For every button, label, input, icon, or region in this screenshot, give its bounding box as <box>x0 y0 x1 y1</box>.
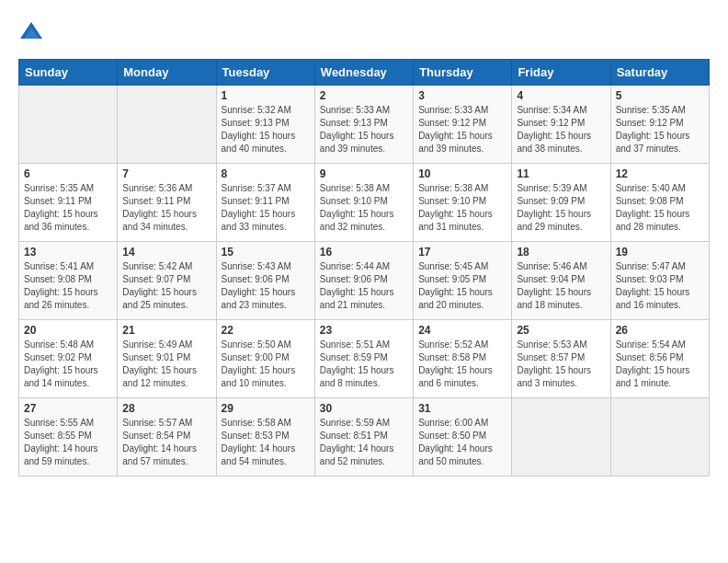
weekday-header-monday: Monday <box>118 60 216 86</box>
day-info: Sunrise: 5:36 AM Sunset: 9:11 PM Dayligh… <box>122 182 210 234</box>
day-number: 3 <box>418 89 506 102</box>
day-number: 8 <box>222 167 310 180</box>
day-number: 21 <box>122 324 210 337</box>
day-info: Sunrise: 5:58 AM Sunset: 8:53 PM Dayligh… <box>222 417 310 468</box>
day-info: Sunrise: 5:51 AM Sunset: 8:59 PM Dayligh… <box>320 339 408 390</box>
weekday-header-friday: Friday <box>512 60 610 86</box>
calendar-cell: 23Sunrise: 5:51 AM Sunset: 8:59 PM Dayli… <box>314 320 413 398</box>
day-info: Sunrise: 5:46 AM Sunset: 9:04 PM Dayligh… <box>517 260 605 312</box>
day-number: 10 <box>418 167 506 180</box>
day-number: 30 <box>320 402 408 415</box>
calendar-cell: 16Sunrise: 5:44 AM Sunset: 9:06 PM Dayli… <box>314 242 413 320</box>
day-number: 12 <box>616 167 704 180</box>
day-info: Sunrise: 5:50 AM Sunset: 9:00 PM Dayligh… <box>222 339 310 390</box>
day-info: Sunrise: 5:47 AM Sunset: 9:03 PM Dayligh… <box>616 260 704 312</box>
day-number: 15 <box>222 246 310 259</box>
calendar-cell: 7Sunrise: 5:36 AM Sunset: 9:11 PM Daylig… <box>118 164 216 242</box>
day-info: Sunrise: 5:43 AM Sunset: 9:06 PM Dayligh… <box>222 260 310 312</box>
calendar-cell: 15Sunrise: 5:43 AM Sunset: 9:06 PM Dayli… <box>216 242 314 320</box>
calendar-cell: 6Sunrise: 5:35 AM Sunset: 9:11 PM Daylig… <box>19 164 118 242</box>
calendar-cell: 18Sunrise: 5:46 AM Sunset: 9:04 PM Dayli… <box>512 242 610 320</box>
day-info: Sunrise: 5:57 AM Sunset: 8:54 PM Dayligh… <box>122 417 210 468</box>
calendar-cell: 14Sunrise: 5:42 AM Sunset: 9:07 PM Dayli… <box>118 242 216 320</box>
day-info: Sunrise: 5:42 AM Sunset: 9:07 PM Dayligh… <box>122 260 210 312</box>
calendar-cell: 12Sunrise: 5:40 AM Sunset: 9:08 PM Dayli… <box>610 164 709 242</box>
calendar-cell: 29Sunrise: 5:58 AM Sunset: 8:53 PM Dayli… <box>216 398 314 477</box>
day-info: Sunrise: 6:00 AM Sunset: 8:50 PM Dayligh… <box>418 417 506 468</box>
calendar-cell: 21Sunrise: 5:49 AM Sunset: 9:01 PM Dayli… <box>118 320 216 398</box>
calendar-cell: 5Sunrise: 5:35 AM Sunset: 9:12 PM Daylig… <box>610 86 709 164</box>
day-number: 20 <box>24 324 112 337</box>
calendar-cell: 28Sunrise: 5:57 AM Sunset: 8:54 PM Dayli… <box>118 398 216 477</box>
day-number: 14 <box>122 246 210 259</box>
day-info: Sunrise: 5:39 AM Sunset: 9:09 PM Dayligh… <box>517 182 605 234</box>
calendar-cell: 26Sunrise: 5:54 AM Sunset: 8:56 PM Dayli… <box>610 320 709 398</box>
logo <box>18 18 48 44</box>
day-number: 16 <box>320 246 408 259</box>
day-number: 2 <box>320 89 408 102</box>
calendar-cell: 30Sunrise: 5:59 AM Sunset: 8:51 PM Dayli… <box>314 398 413 477</box>
day-info: Sunrise: 5:49 AM Sunset: 9:01 PM Dayligh… <box>122 339 210 390</box>
logo-icon <box>18 18 44 44</box>
day-info: Sunrise: 5:45 AM Sunset: 9:05 PM Dayligh… <box>418 260 506 312</box>
weekday-header-wednesday: Wednesday <box>314 60 413 86</box>
calendar-cell: 20Sunrise: 5:48 AM Sunset: 9:02 PM Dayli… <box>19 320 118 398</box>
weekday-header-sunday: Sunday <box>19 60 118 86</box>
day-number: 27 <box>24 402 112 415</box>
calendar-cell: 4Sunrise: 5:34 AM Sunset: 9:12 PM Daylig… <box>512 86 610 164</box>
calendar-cell <box>19 86 118 164</box>
calendar-cell: 9Sunrise: 5:38 AM Sunset: 9:10 PM Daylig… <box>314 164 413 242</box>
calendar-cell: 17Sunrise: 5:45 AM Sunset: 9:05 PM Dayli… <box>414 242 512 320</box>
calendar-cell: 2Sunrise: 5:33 AM Sunset: 9:13 PM Daylig… <box>314 86 413 164</box>
day-number: 24 <box>418 324 506 337</box>
page-header <box>18 18 710 44</box>
day-info: Sunrise: 5:35 AM Sunset: 9:11 PM Dayligh… <box>24 182 112 234</box>
day-info: Sunrise: 5:34 AM Sunset: 9:12 PM Dayligh… <box>517 104 605 155</box>
weekday-header-thursday: Thursday <box>414 60 512 86</box>
calendar-cell <box>118 86 216 164</box>
weekday-header-saturday: Saturday <box>610 60 709 86</box>
day-number: 1 <box>222 89 310 102</box>
day-info: Sunrise: 5:53 AM Sunset: 8:57 PM Dayligh… <box>517 339 605 390</box>
day-number: 13 <box>24 246 112 259</box>
day-number: 6 <box>24 167 112 180</box>
calendar-table: SundayMondayTuesdayWednesdayThursdayFrid… <box>18 59 710 477</box>
day-number: 17 <box>418 246 506 259</box>
calendar-cell: 10Sunrise: 5:38 AM Sunset: 9:10 PM Dayli… <box>414 164 512 242</box>
calendar-cell <box>610 398 709 477</box>
day-info: Sunrise: 5:32 AM Sunset: 9:13 PM Dayligh… <box>222 104 310 155</box>
calendar-cell: 27Sunrise: 5:55 AM Sunset: 8:55 PM Dayli… <box>19 398 118 477</box>
day-number: 31 <box>418 402 506 415</box>
day-info: Sunrise: 5:54 AM Sunset: 8:56 PM Dayligh… <box>616 339 704 390</box>
day-number: 22 <box>222 324 310 337</box>
day-info: Sunrise: 5:37 AM Sunset: 9:11 PM Dayligh… <box>222 182 310 234</box>
day-number: 23 <box>320 324 408 337</box>
calendar-cell: 3Sunrise: 5:33 AM Sunset: 9:12 PM Daylig… <box>414 86 512 164</box>
day-number: 5 <box>616 89 704 102</box>
day-info: Sunrise: 5:44 AM Sunset: 9:06 PM Dayligh… <box>320 260 408 312</box>
day-number: 29 <box>222 402 310 415</box>
calendar-cell: 13Sunrise: 5:41 AM Sunset: 9:08 PM Dayli… <box>19 242 118 320</box>
calendar-cell: 8Sunrise: 5:37 AM Sunset: 9:11 PM Daylig… <box>216 164 314 242</box>
day-info: Sunrise: 5:33 AM Sunset: 9:13 PM Dayligh… <box>320 104 408 155</box>
calendar-cell <box>512 398 610 477</box>
calendar-cell: 1Sunrise: 5:32 AM Sunset: 9:13 PM Daylig… <box>216 86 314 164</box>
day-info: Sunrise: 5:33 AM Sunset: 9:12 PM Dayligh… <box>418 104 506 155</box>
calendar-cell: 25Sunrise: 5:53 AM Sunset: 8:57 PM Dayli… <box>512 320 610 398</box>
day-info: Sunrise: 5:55 AM Sunset: 8:55 PM Dayligh… <box>24 417 112 468</box>
day-info: Sunrise: 5:48 AM Sunset: 9:02 PM Dayligh… <box>24 339 112 390</box>
day-info: Sunrise: 5:38 AM Sunset: 9:10 PM Dayligh… <box>418 182 506 234</box>
day-number: 26 <box>616 324 704 337</box>
calendar-cell: 31Sunrise: 6:00 AM Sunset: 8:50 PM Dayli… <box>414 398 512 477</box>
day-info: Sunrise: 5:35 AM Sunset: 9:12 PM Dayligh… <box>616 104 704 155</box>
day-number: 7 <box>122 167 210 180</box>
calendar-cell: 19Sunrise: 5:47 AM Sunset: 9:03 PM Dayli… <box>610 242 709 320</box>
day-info: Sunrise: 5:38 AM Sunset: 9:10 PM Dayligh… <box>320 182 408 234</box>
calendar-cell: 11Sunrise: 5:39 AM Sunset: 9:09 PM Dayli… <box>512 164 610 242</box>
day-number: 19 <box>616 246 704 259</box>
day-info: Sunrise: 5:41 AM Sunset: 9:08 PM Dayligh… <box>24 260 112 312</box>
day-info: Sunrise: 5:40 AM Sunset: 9:08 PM Dayligh… <box>616 182 704 234</box>
day-number: 28 <box>122 402 210 415</box>
calendar-cell: 24Sunrise: 5:52 AM Sunset: 8:58 PM Dayli… <box>414 320 512 398</box>
day-number: 4 <box>517 89 605 102</box>
